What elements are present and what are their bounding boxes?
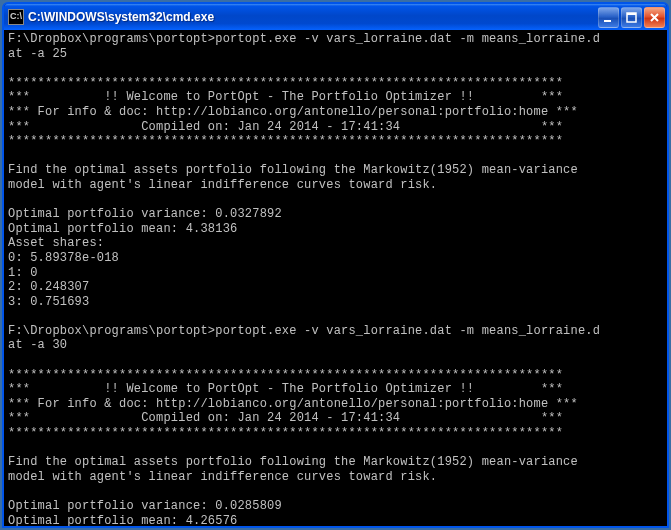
svg-rect-0 [604,20,611,22]
minimize-button[interactable] [598,7,619,28]
maximize-button[interactable] [621,7,642,28]
command-prompt-window: C:\ C:\WINDOWS\system32\cmd.exe F:\Dropb… [2,2,669,528]
svg-rect-2 [627,13,636,15]
window-buttons [598,7,665,28]
close-button[interactable] [644,7,665,28]
console-output[interactable]: F:\Dropbox\programs\portopt>portopt.exe … [4,30,667,526]
cmd-icon: C:\ [8,9,24,25]
titlebar[interactable]: C:\ C:\WINDOWS\system32\cmd.exe [4,4,667,30]
window-title: C:\WINDOWS\system32\cmd.exe [28,10,598,24]
